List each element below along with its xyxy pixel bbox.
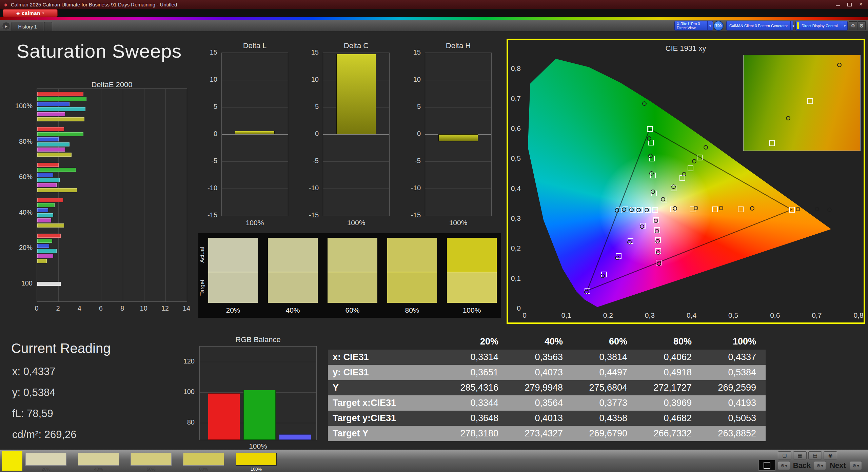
next-options-button[interactable]: ⚙▾ xyxy=(814,461,826,470)
delta-e-chart xyxy=(37,88,187,302)
delta-e-bar xyxy=(37,239,52,243)
delta-e-bar xyxy=(37,183,57,187)
target-swatch xyxy=(387,272,437,303)
bottom-swatch[interactable] xyxy=(25,453,66,466)
history-nav-button[interactable]: ▶ xyxy=(2,22,10,30)
back-button[interactable]: Back xyxy=(791,461,812,470)
gridline xyxy=(165,89,166,301)
delta-e-bar xyxy=(37,213,53,217)
table-row: y: CIE310,36510,40730,44970,49180,5384 xyxy=(328,365,766,380)
chevron-down-icon: ▾ xyxy=(821,463,824,468)
measured-marker xyxy=(647,136,651,141)
pattern-icon xyxy=(764,462,770,469)
table-cell: 275,6804 xyxy=(572,380,637,395)
bottom-swatch[interactable] xyxy=(131,453,172,466)
axis-tick-label: 0,1 xyxy=(506,274,521,282)
gridline xyxy=(425,53,491,53)
eye-icon-button[interactable]: ◉ xyxy=(824,451,837,459)
measured-marker xyxy=(622,208,626,212)
table-cell: 0,4193 xyxy=(701,395,766,411)
measured-marker xyxy=(600,274,605,278)
target-row-label: Target xyxy=(199,272,207,303)
display-icon-button[interactable]: ▢ xyxy=(778,451,791,459)
close-button[interactable]: × xyxy=(855,0,867,9)
gridline xyxy=(222,189,288,189)
bottom-swatch[interactable] xyxy=(183,453,224,466)
axis-tick-label: 0,8 xyxy=(506,64,521,73)
table-header: 60% xyxy=(572,333,637,350)
table-row: Target x:CIE310,33440,35640,37730,39690,… xyxy=(328,395,766,411)
measured-marker xyxy=(656,250,660,255)
actual-swatch xyxy=(328,238,377,272)
axis-tick-label: 10 xyxy=(303,76,319,83)
axis-tick-label: 0,3 xyxy=(506,214,521,222)
gear-icon: ⚙ xyxy=(852,463,856,468)
gridline xyxy=(222,53,288,53)
axis-tick-label: -15 xyxy=(303,211,319,219)
delta-e-bar xyxy=(37,137,59,141)
axis-tick-label: 0 xyxy=(202,130,217,138)
bottom-swatch[interactable] xyxy=(236,453,277,466)
pattern-window-button[interactable] xyxy=(758,460,775,471)
table-corner xyxy=(328,333,443,350)
axis-tick-label: 0,1 xyxy=(561,311,571,319)
settings-gear-button[interactable]: ⚙ xyxy=(849,21,857,30)
delta-bar xyxy=(438,134,478,141)
axis-tick-label: 80 xyxy=(174,418,195,426)
settings-gear-button-2[interactable]: ⚙ xyxy=(857,21,866,30)
axis-tick-label: 10 xyxy=(405,76,421,83)
pattern-generator-selector[interactable]: CalMAN Client 3 Pattern Generator ▾ xyxy=(726,21,793,31)
page-title: Saturation Sweeps xyxy=(17,40,182,62)
workflow-options-button[interactable]: ⚙▾ xyxy=(850,461,862,470)
printer-icon-button[interactable]: ▤ xyxy=(808,451,822,459)
display-control-selector[interactable]: Direct Display Control ▾ xyxy=(795,21,848,31)
delta-e-bar xyxy=(37,153,72,157)
delta-e-bar xyxy=(37,142,70,146)
gridline xyxy=(101,89,101,301)
tab-stub[interactable] xyxy=(44,22,52,31)
table-cell: 0,4013 xyxy=(508,411,572,426)
minimize-button[interactable] xyxy=(832,0,844,9)
axis-tick-label: 14 xyxy=(183,304,190,312)
actual-swatch xyxy=(387,238,437,272)
axis-tick-label: 0,3 xyxy=(645,311,655,319)
target-marker xyxy=(652,207,658,213)
pattern-generator-label: CalMAN Client 3 Pattern Generator xyxy=(727,24,790,28)
tab-history-1[interactable]: History 1 xyxy=(12,22,43,31)
table-cell: 263,8852 xyxy=(701,426,766,441)
measured-marker xyxy=(648,154,653,158)
delta-e-bar xyxy=(37,178,60,182)
table-cell: 285,4316 xyxy=(443,380,508,395)
green-bar xyxy=(243,390,276,440)
gridline xyxy=(425,80,491,80)
meter-selector[interactable]: X-Rite i1Pro 3 Direct View ▾ xyxy=(674,21,713,31)
delta-e-bar xyxy=(37,254,53,258)
axis-tick-label: 0,5 xyxy=(506,154,521,162)
swatch-label: 80% xyxy=(387,306,437,314)
measurement-table: 20%40%60%80%100%x: CIE310,33140,35630,38… xyxy=(328,333,766,441)
axis-tick-label: 0,6 xyxy=(770,311,780,319)
delta-e-bar xyxy=(37,244,49,248)
keypad-icon-button[interactable]: ▦ xyxy=(793,451,807,459)
rgb-balance-title: RGB Balance xyxy=(199,335,317,344)
rgb-balance-y-axis: 12010080 xyxy=(176,346,197,440)
maximize-button[interactable] xyxy=(844,0,855,9)
delta-e-bar xyxy=(37,112,65,116)
calman-menu-button[interactable]: ◈ calman ▾ xyxy=(3,9,58,17)
next-button[interactable]: Next xyxy=(827,461,848,470)
cie-chart-title: CIE 1931 xy xyxy=(508,44,864,53)
meter-selector-label: X-Rite i1Pro 3 Direct View xyxy=(675,22,702,30)
gridline xyxy=(425,189,491,189)
bottom-swatch[interactable] xyxy=(78,453,119,466)
reading-y: y: 0,5384 xyxy=(12,387,56,399)
axis-tick-label: 100 xyxy=(174,388,195,396)
chevron-down-icon: ▾ xyxy=(785,463,788,468)
axis-tick-label: 0 xyxy=(35,304,38,312)
delta-bar xyxy=(336,54,376,134)
back-options-button[interactable]: ⚙▾ xyxy=(778,461,790,470)
cie-y-axis: 00,10,20,30,40,50,60,70,8 xyxy=(508,54,523,309)
table-header: 100% xyxy=(701,333,766,350)
colorspace-badge[interactable]: 709 xyxy=(713,21,724,31)
maximize-icon xyxy=(847,3,852,6)
actual-swatch xyxy=(208,238,258,272)
